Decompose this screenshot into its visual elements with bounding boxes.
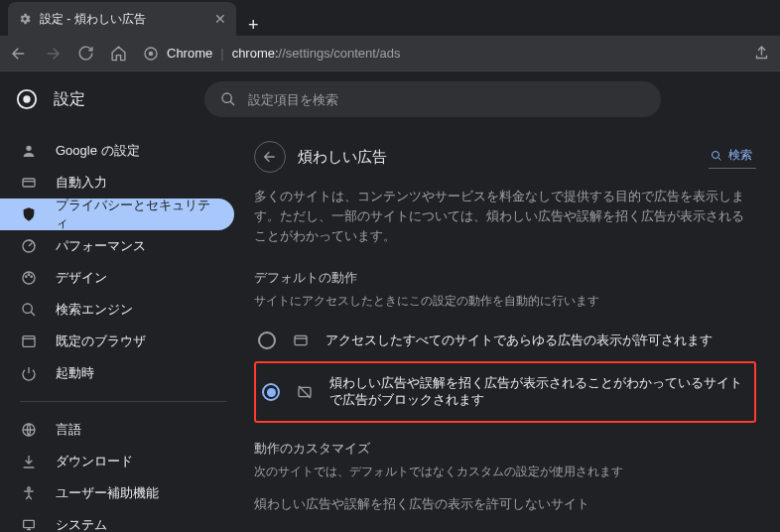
home-icon[interactable] [110, 45, 127, 62]
forward-icon[interactable] [44, 45, 62, 63]
default-behavior-label: デフォルトの動作 [254, 270, 756, 287]
globe-icon [20, 422, 38, 438]
browser-tab[interactable]: 設定 - 煩わしい広告 ✕ [8, 2, 236, 36]
content-search[interactable]: 検索 [709, 145, 756, 169]
sidebar-item-label: 既定のブラウザ [56, 332, 146, 350]
customize-sub: 次のサイトでは、デフォルトではなくカスタムの設定が使用されます [254, 464, 756, 480]
description: 多くのサイトは、コンテンツやサービスを料金なしで提供する目的で広告を表示します。… [254, 187, 756, 246]
svg-rect-6 [23, 179, 35, 187]
svg-point-11 [31, 276, 32, 277]
tab-title: 設定 - 煩わしい広告 [40, 11, 206, 28]
sidebar-item-label: 起動時 [56, 364, 94, 382]
sidebar-item-label: 言語 [56, 421, 81, 439]
sidebar-item-system[interactable]: システム [0, 509, 234, 532]
page-title: 設定 [54, 89, 85, 110]
ads-blocked-icon [296, 384, 314, 400]
speed-icon [20, 238, 38, 254]
tab-bar: 設定 - 煩わしい広告 ✕ + [0, 0, 780, 36]
search-input[interactable] [248, 92, 645, 107]
svg-point-17 [713, 151, 719, 158]
sidebar-item-label: システム [56, 516, 107, 532]
power-icon [20, 365, 38, 381]
sidebar-item-label: パフォーマンス [56, 237, 146, 255]
system-icon [20, 517, 38, 532]
url-separator: | [220, 46, 223, 61]
palette-icon [20, 270, 38, 286]
sidebar-item-default-browser[interactable]: 既定のブラウザ [0, 326, 234, 357]
radio-icon [262, 383, 280, 401]
reload-icon[interactable] [77, 45, 94, 62]
svg-point-1 [149, 51, 154, 56]
radio-block-intrusive[interactable]: 煩わしい広告や誤解を招く広告が表示されることがわかっているサイトで広告がブロック… [258, 365, 752, 419]
svg-point-5 [26, 146, 31, 151]
not-allowed-sites-label: 煩わしい広告や誤解を招く広告の表示を許可しないサイト [254, 496, 756, 513]
sidebar-item-label: デザイン [56, 269, 107, 287]
svg-rect-16 [24, 520, 35, 527]
chrome-logo-icon [143, 46, 159, 62]
content-pane: 煩わしい広告 検索 多くのサイトは、コンテンツやサービスを料金なしで提供する目的… [246, 127, 780, 532]
sidebar: Google の設定 自動入力 プライバシーとセキュリティ パフォーマンス デザ… [0, 127, 246, 532]
back-icon[interactable] [10, 45, 28, 63]
svg-point-4 [222, 93, 231, 102]
back-button[interactable] [254, 141, 286, 173]
url-label: Chrome [167, 46, 212, 61]
highlighted-option: 煩わしい広告や誤解を招く広告が表示されることがわかっているサイトで広告がブロック… [254, 361, 756, 423]
sidebar-item-label: Google の設定 [56, 142, 140, 160]
sidebar-item-downloads[interactable]: ダウンロード [0, 446, 234, 477]
sidebar-item-search[interactable]: 検索エンジン [0, 294, 234, 326]
sidebar-item-autofill[interactable]: 自動入力 [0, 167, 234, 199]
svg-point-9 [26, 276, 27, 277]
sidebar-item-label: ユーザー補助機能 [56, 484, 159, 502]
download-icon [20, 454, 38, 469]
radio-icon [258, 332, 276, 349]
search-icon [20, 302, 38, 318]
radio-label: 煩わしい広告や誤解を招く広告が表示されることがわかっているサイトで広告がブロック… [329, 375, 748, 409]
sidebar-item-accessibility[interactable]: ユーザー補助機能 [0, 477, 234, 509]
sidebar-item-performance[interactable]: パフォーマンス [0, 230, 234, 262]
svg-point-10 [28, 274, 29, 275]
sidebar-item-label: 自動入力 [56, 174, 107, 192]
address-bar[interactable]: Chrome | chrome://settings/content/ads [143, 46, 737, 62]
svg-rect-18 [295, 335, 307, 344]
url-text: chrome://settings/content/ads [232, 46, 401, 61]
sidebar-item-label: 検索エンジン [56, 301, 133, 319]
close-icon[interactable]: ✕ [214, 11, 226, 27]
customize-label: 動作のカスタマイズ [254, 441, 756, 458]
sidebar-item-label: ダウンロード [56, 453, 133, 470]
accessibility-icon [20, 485, 38, 501]
radio-label: アクセスしたすべてのサイトであらゆる広告の表示が許可されます [325, 332, 713, 349]
search-label: 検索 [728, 147, 752, 164]
svg-point-12 [23, 304, 32, 313]
sidebar-item-google[interactable]: Google の設定 [0, 135, 234, 167]
shield-icon [20, 206, 38, 222]
sidebar-item-startup[interactable]: 起動時 [0, 357, 234, 389]
toolbar: Chrome | chrome://settings/content/ads [0, 36, 780, 71]
empty-state: サイトが追加されていません [254, 521, 756, 532]
ads-icon [292, 332, 310, 348]
svg-point-15 [28, 487, 31, 490]
default-behavior-sub: サイトにアクセスしたときにこの設定の動作を自動的に行います [254, 293, 756, 310]
search-settings[interactable] [204, 81, 661, 117]
gear-icon [18, 12, 32, 26]
new-tab-button[interactable]: + [236, 15, 271, 36]
sidebar-item-privacy[interactable]: プライバシーとセキュリティ [0, 199, 234, 230]
svg-rect-13 [23, 336, 35, 347]
radio-allow-all[interactable]: アクセスしたすべてのサイトであらゆる広告の表示が許可されます [254, 322, 756, 359]
person-icon [20, 143, 38, 159]
sidebar-item-label: プライバシーとセキュリティ [56, 197, 222, 232]
content-title: 煩わしい広告 [298, 148, 697, 167]
search-icon [220, 91, 236, 107]
svg-point-3 [23, 95, 30, 102]
browser-icon [20, 333, 38, 349]
chrome-logo-icon [16, 88, 38, 110]
divider [20, 401, 226, 402]
sidebar-item-appearance[interactable]: デザイン [0, 262, 234, 294]
autofill-icon [20, 175, 38, 191]
share-icon[interactable] [753, 45, 770, 62]
settings-header: 設定 [0, 71, 780, 127]
sidebar-item-language[interactable]: 言語 [0, 414, 234, 446]
